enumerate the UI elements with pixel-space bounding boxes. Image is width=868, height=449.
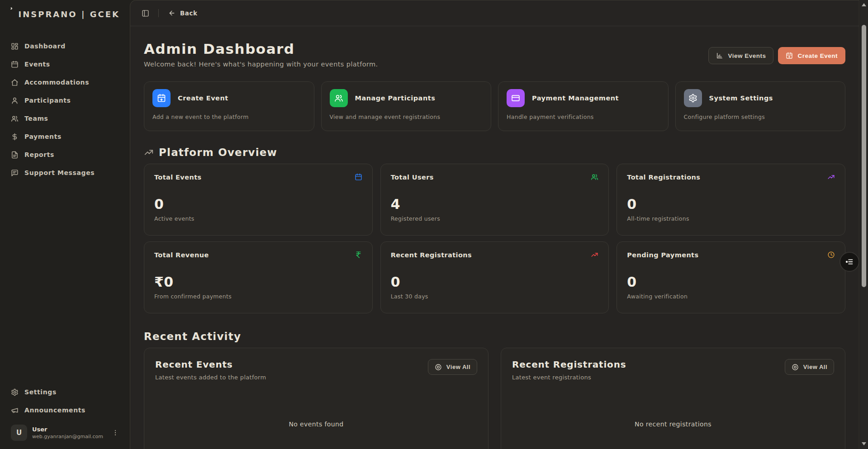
calendar-icon — [355, 173, 362, 181]
sidebar-item-label: Events — [24, 61, 50, 68]
sidebar-item-label: Payments — [24, 133, 62, 140]
back-button[interactable]: Back — [166, 8, 200, 19]
sidebar-toggle-button[interactable] — [139, 7, 152, 19]
sidebar-item-dashboard[interactable]: Dashboard — [6, 39, 123, 53]
stat-card-recent-registrations: Recent Registrations 0 Last 30 days — [380, 241, 609, 313]
recent-events-panel: Recent Events Latest events added to the… — [144, 348, 489, 449]
sidebar-item-reports[interactable]: Reports — [6, 147, 123, 162]
empty-state-message: No events found — [155, 421, 477, 428]
quick-card-manage-participants[interactable]: Manage Participants View and manage even… — [321, 81, 492, 131]
sidebar-item-support-messages[interactable]: Support Messages — [6, 165, 123, 180]
vertical-scrollbar[interactable] — [859, 0, 868, 449]
main-panel: Back Admin Dashboard Welcome back! Here'… — [130, 0, 859, 449]
quick-card-description: Handle payment verifications — [507, 113, 660, 120]
sidebar-item-label: Teams — [24, 115, 48, 122]
quick-card-title: System Settings — [709, 95, 773, 102]
recent-activity-title: Recent Activity — [144, 331, 845, 342]
create-event-label: Create Event — [797, 52, 838, 59]
brand-logo-fish-icon — [10, 7, 13, 21]
calendar-icon — [11, 61, 19, 68]
stat-card-pending-payments: Pending Payments 0 Awaiting verification — [617, 241, 845, 313]
create-event-button[interactable]: Create Event — [778, 47, 845, 64]
user-name: User — [32, 426, 107, 433]
sidebar-item-settings[interactable]: Settings — [6, 385, 123, 399]
sidebar-item-label: Announcements — [24, 406, 85, 414]
eye-icon — [435, 364, 442, 371]
stat-subtitle: Registered users — [391, 215, 599, 222]
rupee-icon — [355, 251, 362, 259]
sidebar-item-label: Dashboard — [24, 43, 66, 50]
stat-subtitle: Last 30 days — [391, 293, 599, 300]
stats-grid: Total Events 0 Active events Total Users… — [144, 164, 845, 313]
more-vertical-icon[interactable] — [112, 429, 119, 436]
quick-card-description: View and manage event registrations — [330, 113, 483, 120]
dollar-icon — [11, 133, 19, 141]
stat-subtitle: Active events — [154, 215, 362, 222]
sidebar-item-teams[interactable]: Teams — [6, 111, 123, 126]
brand-name: INSPRANO | GCEK — [19, 9, 120, 19]
home-icon — [11, 79, 19, 86]
arrow-left-icon — [168, 9, 175, 17]
bar-chart-icon — [716, 52, 723, 59]
empty-state-message: No recent registrations — [512, 421, 834, 428]
page-title: Admin Dashboard — [144, 41, 378, 57]
platform-overview-title: Platform Overview — [159, 147, 277, 158]
sidebar-item-label: Participants — [24, 97, 71, 104]
calendar-plus-icon — [786, 52, 793, 59]
scrollbar-up-arrow[interactable] — [860, 1, 868, 8]
quick-card-description: Add a new event to the platform — [152, 113, 306, 120]
view-all-label: View All — [446, 364, 470, 370]
stat-title: Recent Registrations — [391, 251, 472, 259]
scrollbar-thumb[interactable] — [862, 25, 866, 287]
calendar-plus-icon — [152, 89, 171, 107]
stat-subtitle: From confirmed payments — [154, 293, 362, 300]
page-header: Admin Dashboard Welcome back! Here's wha… — [144, 41, 845, 68]
sidebar-item-announcements[interactable]: Announcements — [6, 403, 123, 417]
devtools-floating-button[interactable] — [840, 252, 859, 272]
quick-card-title: Create Event — [178, 95, 228, 102]
stat-value: 0 — [154, 196, 362, 212]
view-events-button[interactable]: View Events — [708, 47, 773, 64]
quick-card-title: Manage Participants — [355, 95, 436, 102]
stat-card-total-events: Total Events 0 Active events — [144, 164, 373, 236]
avatar: U — [11, 425, 27, 441]
megaphone-icon — [11, 406, 19, 414]
message-square-icon — [11, 169, 19, 177]
header-actions: View Events Create Event — [708, 47, 845, 64]
panel-left-icon — [142, 9, 149, 17]
quick-card-description: Configure platform settings — [684, 113, 837, 120]
clock-icon — [827, 251, 835, 259]
sidebar-item-label: Reports — [24, 151, 54, 158]
stat-value: 4 — [391, 196, 599, 212]
topbar-divider — [158, 9, 159, 17]
panel-title: Recent Registrations — [512, 359, 626, 370]
users-icon — [591, 173, 598, 181]
quick-card-system-settings[interactable]: System Settings Configure platform setti… — [675, 81, 846, 131]
sidebar-nav: Dashboard Events Accommodations Particip… — [0, 27, 130, 180]
user-menu[interactable]: U User web.gyanranjan@gmail.com — [6, 421, 123, 444]
sidebar-item-label: Settings — [24, 388, 57, 396]
view-all-events-button[interactable]: View All — [428, 359, 477, 375]
view-all-registrations-button[interactable]: View All — [785, 359, 834, 375]
stat-card-total-registrations: Total Registrations 0 All-time registrat… — [617, 164, 845, 236]
quick-card-payment-management[interactable]: Payment Management Handle payment verifi… — [498, 81, 669, 131]
sidebar-item-events[interactable]: Events — [6, 57, 123, 71]
user-meta: User web.gyanranjan@gmail.com — [32, 426, 107, 440]
sidebar-item-participants[interactable]: Participants — [6, 93, 123, 108]
user-email: web.gyanranjan@gmail.com — [32, 434, 107, 440]
page-subtitle: Welcome back! Here's what's happening wi… — [144, 61, 378, 68]
stat-title: Pending Payments — [627, 251, 698, 259]
sidebar-item-accommodations[interactable]: Accommodations — [6, 75, 123, 90]
list-settings-icon — [844, 257, 854, 267]
scrollbar-down-arrow[interactable] — [860, 440, 868, 447]
panel-title: Recent Events — [155, 359, 266, 370]
recent-activity-grid: Recent Events Latest events added to the… — [144, 348, 845, 449]
eye-icon — [792, 364, 799, 371]
user-icon — [11, 97, 19, 104]
stat-subtitle: All-time registrations — [627, 215, 835, 222]
sidebar-item-payments[interactable]: Payments — [6, 129, 123, 144]
quick-card-create-event[interactable]: Create Event Add a new event to the plat… — [144, 81, 314, 131]
content: Admin Dashboard Welcome back! Here's wha… — [130, 26, 859, 449]
stat-title: Total Revenue — [154, 251, 209, 259]
sidebar: INSPRANO | GCEK Dashboard Events Accommo… — [0, 0, 130, 449]
